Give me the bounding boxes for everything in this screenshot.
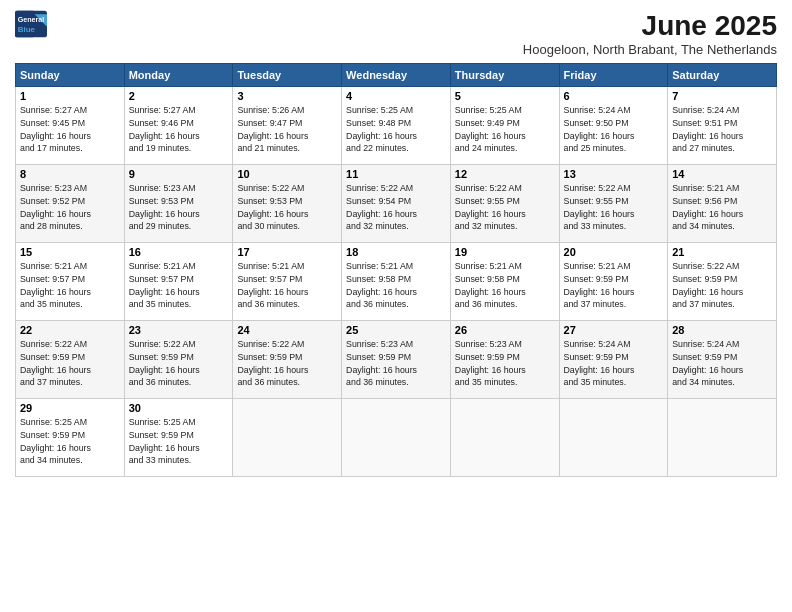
table-row: 27Sunrise: 5:24 AMSunset: 9:59 PMDayligh… [559, 321, 668, 399]
table-row: 10Sunrise: 5:22 AMSunset: 9:53 PMDayligh… [233, 165, 342, 243]
table-row [233, 399, 342, 477]
day-info: Sunrise: 5:23 AMSunset: 9:53 PMDaylight:… [129, 182, 229, 233]
table-row: 19Sunrise: 5:21 AMSunset: 9:58 PMDayligh… [450, 243, 559, 321]
day-info: Sunrise: 5:25 AMSunset: 9:49 PMDaylight:… [455, 104, 555, 155]
table-row: 6Sunrise: 5:24 AMSunset: 9:50 PMDaylight… [559, 87, 668, 165]
day-info: Sunrise: 5:23 AMSunset: 9:59 PMDaylight:… [455, 338, 555, 389]
day-info: Sunrise: 5:21 AMSunset: 9:57 PMDaylight:… [129, 260, 229, 311]
table-row: 16Sunrise: 5:21 AMSunset: 9:57 PMDayligh… [124, 243, 233, 321]
day-number: 15 [20, 246, 120, 258]
day-number: 2 [129, 90, 229, 102]
table-row: 11Sunrise: 5:22 AMSunset: 9:54 PMDayligh… [342, 165, 451, 243]
main-title: June 2025 [523, 10, 777, 42]
table-row: 26Sunrise: 5:23 AMSunset: 9:59 PMDayligh… [450, 321, 559, 399]
week-row-4: 22Sunrise: 5:22 AMSunset: 9:59 PMDayligh… [16, 321, 777, 399]
day-info: Sunrise: 5:27 AMSunset: 9:46 PMDaylight:… [129, 104, 229, 155]
day-info: Sunrise: 5:24 AMSunset: 9:59 PMDaylight:… [672, 338, 772, 389]
table-row: 22Sunrise: 5:22 AMSunset: 9:59 PMDayligh… [16, 321, 125, 399]
day-number: 27 [564, 324, 664, 336]
day-number: 17 [237, 246, 337, 258]
day-info: Sunrise: 5:23 AMSunset: 9:52 PMDaylight:… [20, 182, 120, 233]
day-info: Sunrise: 5:21 AMSunset: 9:57 PMDaylight:… [237, 260, 337, 311]
week-row-1: 1Sunrise: 5:27 AMSunset: 9:45 PMDaylight… [16, 87, 777, 165]
day-info: Sunrise: 5:22 AMSunset: 9:55 PMDaylight:… [455, 182, 555, 233]
col-saturday: Saturday [668, 64, 777, 87]
day-number: 5 [455, 90, 555, 102]
table-row: 12Sunrise: 5:22 AMSunset: 9:55 PMDayligh… [450, 165, 559, 243]
col-friday: Friday [559, 64, 668, 87]
table-row: 13Sunrise: 5:22 AMSunset: 9:55 PMDayligh… [559, 165, 668, 243]
day-number: 16 [129, 246, 229, 258]
day-number: 9 [129, 168, 229, 180]
table-row: 1Sunrise: 5:27 AMSunset: 9:45 PMDaylight… [16, 87, 125, 165]
svg-text:Blue: Blue [18, 25, 36, 34]
table-row: 4Sunrise: 5:25 AMSunset: 9:48 PMDaylight… [342, 87, 451, 165]
table-row: 2Sunrise: 5:27 AMSunset: 9:46 PMDaylight… [124, 87, 233, 165]
day-number: 19 [455, 246, 555, 258]
day-info: Sunrise: 5:21 AMSunset: 9:58 PMDaylight:… [455, 260, 555, 311]
table-row [559, 399, 668, 477]
col-monday: Monday [124, 64, 233, 87]
day-number: 7 [672, 90, 772, 102]
header: General Blue June 2025 Hoogeloon, North … [15, 10, 777, 57]
day-info: Sunrise: 5:24 AMSunset: 9:51 PMDaylight:… [672, 104, 772, 155]
table-row: 24Sunrise: 5:22 AMSunset: 9:59 PMDayligh… [233, 321, 342, 399]
day-info: Sunrise: 5:23 AMSunset: 9:59 PMDaylight:… [346, 338, 446, 389]
table-row: 25Sunrise: 5:23 AMSunset: 9:59 PMDayligh… [342, 321, 451, 399]
day-number: 6 [564, 90, 664, 102]
day-info: Sunrise: 5:21 AMSunset: 9:57 PMDaylight:… [20, 260, 120, 311]
day-info: Sunrise: 5:21 AMSunset: 9:59 PMDaylight:… [564, 260, 664, 311]
logo-icon: General Blue [15, 10, 47, 38]
day-number: 1 [20, 90, 120, 102]
week-row-3: 15Sunrise: 5:21 AMSunset: 9:57 PMDayligh… [16, 243, 777, 321]
day-info: Sunrise: 5:22 AMSunset: 9:59 PMDaylight:… [237, 338, 337, 389]
table-row [450, 399, 559, 477]
table-row: 17Sunrise: 5:21 AMSunset: 9:57 PMDayligh… [233, 243, 342, 321]
day-number: 8 [20, 168, 120, 180]
day-info: Sunrise: 5:21 AMSunset: 9:58 PMDaylight:… [346, 260, 446, 311]
day-info: Sunrise: 5:22 AMSunset: 9:59 PMDaylight:… [672, 260, 772, 311]
day-info: Sunrise: 5:26 AMSunset: 9:47 PMDaylight:… [237, 104, 337, 155]
table-row: 14Sunrise: 5:21 AMSunset: 9:56 PMDayligh… [668, 165, 777, 243]
page: General Blue June 2025 Hoogeloon, North … [0, 0, 792, 612]
day-number: 29 [20, 402, 120, 414]
logo: General Blue [15, 10, 47, 38]
day-number: 10 [237, 168, 337, 180]
day-number: 4 [346, 90, 446, 102]
table-row: 18Sunrise: 5:21 AMSunset: 9:58 PMDayligh… [342, 243, 451, 321]
day-number: 23 [129, 324, 229, 336]
day-number: 11 [346, 168, 446, 180]
day-info: Sunrise: 5:27 AMSunset: 9:45 PMDaylight:… [20, 104, 120, 155]
day-number: 18 [346, 246, 446, 258]
table-row: 8Sunrise: 5:23 AMSunset: 9:52 PMDaylight… [16, 165, 125, 243]
day-number: 20 [564, 246, 664, 258]
day-info: Sunrise: 5:25 AMSunset: 9:48 PMDaylight:… [346, 104, 446, 155]
col-thursday: Thursday [450, 64, 559, 87]
table-row: 7Sunrise: 5:24 AMSunset: 9:51 PMDaylight… [668, 87, 777, 165]
header-row: Sunday Monday Tuesday Wednesday Thursday… [16, 64, 777, 87]
day-number: 21 [672, 246, 772, 258]
week-row-2: 8Sunrise: 5:23 AMSunset: 9:52 PMDaylight… [16, 165, 777, 243]
table-row [342, 399, 451, 477]
day-number: 28 [672, 324, 772, 336]
day-info: Sunrise: 5:25 AMSunset: 9:59 PMDaylight:… [20, 416, 120, 467]
day-number: 25 [346, 324, 446, 336]
table-row: 30Sunrise: 5:25 AMSunset: 9:59 PMDayligh… [124, 399, 233, 477]
table-row: 29Sunrise: 5:25 AMSunset: 9:59 PMDayligh… [16, 399, 125, 477]
day-number: 30 [129, 402, 229, 414]
col-wednesday: Wednesday [342, 64, 451, 87]
week-row-5: 29Sunrise: 5:25 AMSunset: 9:59 PMDayligh… [16, 399, 777, 477]
day-number: 13 [564, 168, 664, 180]
col-tuesday: Tuesday [233, 64, 342, 87]
day-number: 24 [237, 324, 337, 336]
subtitle: Hoogeloon, North Brabant, The Netherland… [523, 42, 777, 57]
table-row: 23Sunrise: 5:22 AMSunset: 9:59 PMDayligh… [124, 321, 233, 399]
day-number: 14 [672, 168, 772, 180]
day-info: Sunrise: 5:22 AMSunset: 9:59 PMDaylight:… [129, 338, 229, 389]
day-info: Sunrise: 5:22 AMSunset: 9:55 PMDaylight:… [564, 182, 664, 233]
table-row: 21Sunrise: 5:22 AMSunset: 9:59 PMDayligh… [668, 243, 777, 321]
day-info: Sunrise: 5:21 AMSunset: 9:56 PMDaylight:… [672, 182, 772, 233]
day-info: Sunrise: 5:24 AMSunset: 9:59 PMDaylight:… [564, 338, 664, 389]
day-info: Sunrise: 5:22 AMSunset: 9:54 PMDaylight:… [346, 182, 446, 233]
day-info: Sunrise: 5:25 AMSunset: 9:59 PMDaylight:… [129, 416, 229, 467]
